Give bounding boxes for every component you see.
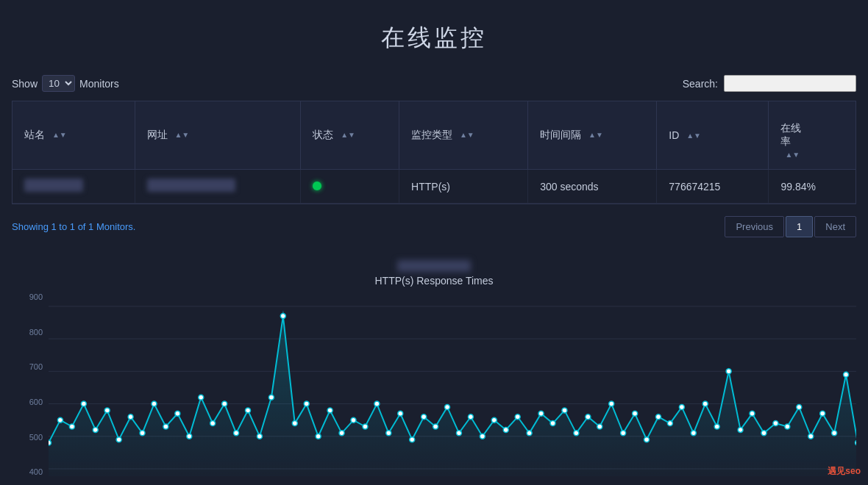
table-header-row: 站名 ▲▼ 网址 ▲▼ 状态 ▲▼ 监控类型 ▲▼ 时间间隔 ▲▼ bbox=[13, 101, 855, 170]
chart-wrapper: 900 800 700 600 500 400 bbox=[12, 292, 856, 485]
y-label-400: 400 bbox=[29, 467, 43, 476]
watermark: 遇见seo bbox=[828, 465, 861, 478]
sort-arrows-interval: ▲▼ bbox=[588, 132, 603, 139]
toolbar-left: Show 10 25 50 Monitors bbox=[12, 75, 119, 92]
col-type[interactable]: 监控类型 ▲▼ bbox=[399, 101, 528, 170]
monitors-label: Monitors bbox=[79, 78, 119, 90]
col-name[interactable]: 站名 ▲▼ bbox=[13, 101, 135, 170]
chart-section: HTTP(s) Response Times 900 800 700 600 5… bbox=[12, 252, 856, 485]
monitors-table: 站名 ▲▼ 网址 ▲▼ 状态 ▲▼ 监控类型 ▲▼ 时间间隔 ▲▼ bbox=[13, 101, 855, 204]
page-1-button[interactable]: 1 bbox=[786, 216, 813, 237]
y-label-900: 900 bbox=[29, 292, 43, 301]
y-label-800: 800 bbox=[29, 328, 43, 337]
showing-text: Showing 1 to 1 of 1 Monitors. bbox=[12, 221, 135, 232]
chart-site-blurred bbox=[397, 260, 471, 272]
pagination-controls: Previous 1 Next bbox=[725, 216, 856, 237]
showing-label: Showing bbox=[12, 221, 51, 232]
site-url-blurred bbox=[147, 179, 235, 192]
cell-interval: 300 seconds bbox=[528, 170, 657, 204]
col-uptime[interactable]: 在线率 ▲▼ bbox=[769, 101, 855, 170]
y-label-700: 700 bbox=[29, 362, 43, 371]
cell-id: 776674215 bbox=[657, 170, 769, 204]
show-label: Show bbox=[12, 78, 38, 90]
page-title: 在线监控 bbox=[0, 0, 868, 69]
chart-title: HTTP(s) Response Times bbox=[12, 275, 856, 287]
sort-arrows-name: ▲▼ bbox=[52, 132, 67, 139]
y-label-500: 500 bbox=[29, 433, 43, 442]
y-axis: 900 800 700 600 500 400 bbox=[12, 292, 49, 476]
site-name-blurred bbox=[24, 179, 83, 192]
sort-arrows-status: ▲▼ bbox=[341, 132, 355, 139]
previous-button[interactable]: Previous bbox=[725, 216, 784, 237]
range-end: 1 bbox=[70, 221, 75, 232]
next-button[interactable]: Next bbox=[814, 216, 856, 237]
monitors-table-container: 站名 ▲▼ 网址 ▲▼ 状态 ▲▼ 监控类型 ▲▼ 时间间隔 ▲▼ bbox=[12, 101, 856, 204]
cell-type: HTTP(s) bbox=[399, 170, 528, 204]
monitors-text: Monitors. bbox=[93, 221, 135, 232]
chart-site-label bbox=[12, 259, 856, 272]
show-select[interactable]: 10 25 50 bbox=[42, 75, 75, 92]
search-label: Search: bbox=[683, 78, 718, 90]
sort-arrows-id: ▲▼ bbox=[686, 132, 701, 140]
sort-arrows-type: ▲▼ bbox=[460, 132, 474, 139]
status-online-dot bbox=[313, 182, 321, 190]
range-start: 1 bbox=[51, 221, 56, 232]
y-label-600: 600 bbox=[29, 398, 43, 406]
cell-status bbox=[301, 170, 399, 204]
of-text: of bbox=[75, 221, 88, 232]
toolbar: Show 10 25 50 Monitors Search: bbox=[0, 69, 868, 98]
toolbar-right: Search: bbox=[683, 75, 856, 92]
chart-area bbox=[49, 292, 856, 476]
table-row: HTTP(s) 300 seconds 776674215 99.84% bbox=[13, 170, 855, 204]
sort-arrows-uptime: ▲▼ bbox=[785, 151, 800, 159]
col-url[interactable]: 网址 ▲▼ bbox=[135, 101, 301, 170]
cell-url bbox=[135, 170, 301, 204]
col-status[interactable]: 状态 ▲▼ bbox=[301, 101, 399, 170]
col-interval[interactable]: 时间间隔 ▲▼ bbox=[528, 101, 657, 170]
cell-name bbox=[13, 170, 135, 204]
search-input[interactable] bbox=[724, 75, 856, 92]
cell-uptime: 99.84% bbox=[769, 170, 855, 204]
col-id[interactable]: ID ▲▼ bbox=[657, 101, 769, 170]
sort-arrows-url: ▲▼ bbox=[174, 132, 189, 139]
pagination-bar: Showing 1 to 1 of 1 Monitors. Previous 1… bbox=[0, 209, 868, 245]
to-text: to bbox=[57, 221, 70, 232]
